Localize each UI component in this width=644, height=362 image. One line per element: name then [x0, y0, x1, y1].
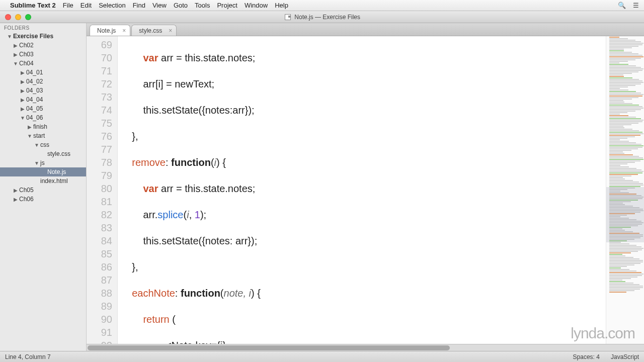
folder-item[interactable]: ▼start▼cssstyle.css▼jsNote.jsindex.html	[0, 131, 86, 186]
menu-view[interactable]: View	[152, 2, 167, 9]
menu-file[interactable]: File	[63, 2, 73, 9]
line-number: 81	[89, 195, 112, 208]
tree-item-label: css	[39, 141, 49, 148]
disclosure-arrow-icon[interactable]: ▶	[20, 70, 25, 75]
file-item[interactable]: Note.js	[0, 167, 86, 176]
line-number: 74	[89, 104, 112, 117]
menu-list-icon[interactable]: ☰	[633, 2, 639, 9]
disclosure-arrow-icon[interactable]: ▶	[20, 106, 25, 112]
tree-item-label: index.html	[39, 177, 68, 185]
folder-item[interactable]: ▶04_01	[0, 68, 86, 77]
window-close-button[interactable]	[5, 14, 11, 20]
file-item[interactable]: style.css	[0, 149, 86, 158]
file-item[interactable]: index.html	[0, 176, 86, 186]
line-number: 69	[89, 38, 112, 51]
window-title-text: Note.js — Exercise Files	[294, 14, 360, 21]
tree-item-label: 04_01	[25, 69, 43, 76]
line-number: 79	[89, 169, 112, 182]
menu-tools[interactable]: Tools	[195, 2, 210, 9]
folder-item[interactable]: ▶04_04	[0, 95, 86, 104]
tab-note-js[interactable]: Note.js ×	[90, 25, 130, 36]
disclosure-arrow-icon[interactable]: ▼	[20, 115, 25, 121]
line-number: 72	[89, 77, 112, 90]
scrollbar-thumb[interactable]	[88, 345, 450, 350]
folder-item[interactable]: ▼cssstyle.css	[0, 140, 86, 158]
horizontal-scrollbar[interactable]	[87, 344, 644, 351]
code-line: <Note key={i}	[121, 340, 226, 344]
folder-item[interactable]: ▶04_05	[0, 104, 86, 113]
tabstrip: Note.js × style.css ×	[87, 23, 644, 36]
line-number: 82	[89, 208, 112, 221]
menu-goto[interactable]: Goto	[174, 2, 188, 9]
folder-item[interactable]: ▶04_03	[0, 86, 86, 95]
line-number: 84	[89, 234, 112, 247]
menubar-app-name[interactable]: Sublime Text 2	[10, 2, 56, 9]
disclosure-arrow-icon[interactable]: ▶	[13, 43, 18, 48]
window-title: Note.js — Exercise Files	[31, 14, 614, 21]
disclosure-arrow-icon[interactable]: ▼	[34, 142, 39, 148]
disclosure-arrow-icon[interactable]: ▼	[13, 61, 18, 66]
code-line: arr[i] = newText;	[121, 78, 214, 89]
menu-window[interactable]: Window	[245, 2, 268, 9]
disclosure-arrow-icon[interactable]: ▼	[27, 133, 32, 139]
folder-item[interactable]: ▼jsNote.js	[0, 158, 86, 176]
disclosure-arrow-icon[interactable]: ▶	[13, 52, 18, 57]
menu-project[interactable]: Project	[217, 2, 237, 9]
menu-help[interactable]: Help	[275, 2, 288, 9]
sidebar: FOLDERS ▼Exercise Files▶Ch02▶Ch03▼Ch04▶0…	[0, 23, 87, 351]
tree-item-label: 04_02	[25, 78, 43, 85]
folder-item[interactable]: ▶Ch05	[0, 186, 86, 195]
folder-item[interactable]: ▼04_06▶finish▼start▼cssstyle.css▼jsNote.…	[0, 113, 86, 186]
line-number: 83	[89, 221, 112, 234]
folder-tree[interactable]: ▼Exercise Files▶Ch02▶Ch03▼Ch04▶04_01▶04_…	[0, 32, 86, 204]
minimap-viewport[interactable]	[606, 187, 644, 242]
tree-item-label: 04_03	[25, 87, 43, 94]
line-number: 80	[89, 182, 112, 195]
close-icon[interactable]: ×	[169, 27, 172, 34]
disclosure-arrow-icon[interactable]: ▶	[27, 124, 32, 130]
tree-item-label: Exercise Files	[12, 33, 53, 40]
disclosure-arrow-icon[interactable]: ▶	[20, 97, 25, 103]
tree-item-label: Note.js	[46, 168, 66, 175]
folder-item-root[interactable]: ▼Exercise Files▶Ch02▶Ch03▼Ch04▶04_01▶04_…	[0, 32, 86, 204]
status-indent[interactable]: Spaces: 4	[573, 353, 600, 360]
line-number: 86	[89, 260, 112, 274]
folder-item[interactable]: ▶04_02	[0, 77, 86, 86]
spotlight-icon[interactable]: 🔍	[618, 2, 626, 9]
line-number: 88	[89, 287, 112, 300]
tree-item-label: 04_05	[25, 105, 43, 112]
line-number-gutter: 6970717273747576777879808182838485868788…	[87, 36, 118, 344]
code-area[interactable]: var arr = this.state.notes; arr[i] = new…	[118, 36, 606, 344]
disclosure-arrow-icon[interactable]: ▶	[13, 197, 18, 202]
folder-item[interactable]: ▼Ch04▶04_01▶04_02▶04_03▶04_04▶04_05▼04_0…	[0, 59, 86, 186]
status-syntax[interactable]: JavaScript	[611, 353, 639, 360]
folder-item[interactable]: ▶finish	[0, 122, 86, 131]
folder-item[interactable]: ▶Ch06	[0, 195, 86, 204]
close-icon[interactable]: ×	[122, 27, 126, 34]
disclosure-arrow-icon[interactable]: ▶	[20, 88, 25, 94]
tree-item-label: 04_04	[25, 96, 43, 103]
window-minimize-button[interactable]	[15, 14, 21, 20]
tree-item-label: js	[39, 159, 45, 166]
tree-item-label: Ch06	[18, 196, 34, 203]
menu-edit[interactable]: Edit	[80, 2, 92, 9]
status-line-col[interactable]: Line 4, Column 7	[5, 353, 51, 360]
folder-item[interactable]: ▶Ch03	[0, 50, 86, 59]
tab-style-css[interactable]: style.css ×	[131, 25, 177, 36]
window-zoom-button[interactable]	[25, 14, 31, 20]
tab-label: Note.js	[97, 27, 116, 34]
line-number: 70	[89, 51, 112, 64]
minimap[interactable]	[606, 36, 644, 344]
disclosure-arrow-icon[interactable]: ▼	[34, 160, 39, 166]
folder-item[interactable]: ▶Ch02	[0, 41, 86, 50]
disclosure-arrow-icon[interactable]: ▶	[20, 79, 25, 84]
status-bar: Line 4, Column 7 Spaces: 4 JavaScript	[0, 351, 644, 362]
disclosure-arrow-icon[interactable]: ▼	[7, 34, 12, 39]
menu-find[interactable]: Find	[133, 2, 145, 9]
document-icon	[285, 14, 291, 20]
menu-selection[interactable]: Selection	[99, 2, 125, 9]
editor: Note.js × style.css × 697071727374757677…	[87, 23, 644, 351]
tree-item-label: style.css	[46, 150, 70, 157]
disclosure-arrow-icon[interactable]: ▶	[13, 188, 18, 193]
code-line: this.setState({notes:arr});	[121, 105, 255, 116]
